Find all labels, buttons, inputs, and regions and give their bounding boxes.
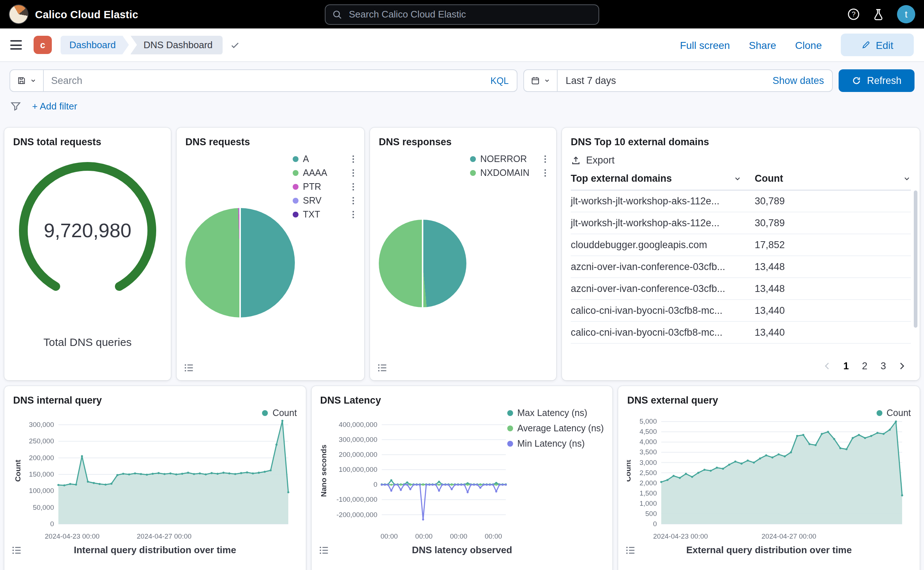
kql-search-input[interactable] xyxy=(44,75,483,86)
dns-requests-pie[interactable] xyxy=(185,208,295,317)
global-search-input[interactable] xyxy=(348,8,592,20)
panel-top-external-domains: DNS Top 10 external domains Export Top e… xyxy=(562,128,919,380)
legend-label: Average Latency (ns) xyxy=(518,423,604,434)
legend-item[interactable]: TXT xyxy=(293,210,356,220)
x-axis-title: Internal query distribution over time xyxy=(13,544,297,555)
legend-dot xyxy=(293,170,299,176)
legend-menu-icon[interactable] xyxy=(351,169,356,178)
panel-dns-responses: DNS responses NOERRORNXDOMAIN xyxy=(370,128,556,380)
legend-list-icon[interactable] xyxy=(377,363,388,373)
filter-row: + Add filter xyxy=(10,101,914,112)
table-row[interactable]: clouddebugger.googleapis.com17,852 xyxy=(571,234,911,256)
column-sort-icon[interactable] xyxy=(903,175,911,182)
count-cell: 17,852 xyxy=(755,239,911,250)
save-icon xyxy=(17,76,26,86)
legend-dot xyxy=(262,410,268,416)
table-row[interactable]: jlt-worksh-jlt-workshop-aks-112e...30,78… xyxy=(571,212,911,234)
space-avatar[interactable]: c xyxy=(34,36,52,54)
svg-text:200,000,000: 200,000,000 xyxy=(339,450,377,458)
help-icon[interactable]: ? xyxy=(847,8,860,20)
labs-beaker-icon[interactable] xyxy=(872,8,884,20)
svg-text:00:00: 00:00 xyxy=(415,532,432,540)
global-search[interactable] xyxy=(325,4,599,25)
chevron-down-icon xyxy=(544,77,550,84)
svg-text:1,000: 1,000 xyxy=(640,500,657,507)
add-filter-link[interactable]: + Add filter xyxy=(32,101,77,112)
domain-cell: calico-cni-ivan-byocni-03cfb8-mc... xyxy=(571,327,755,338)
svg-text:0: 0 xyxy=(653,520,657,528)
show-dates-link[interactable]: Show dates xyxy=(765,75,832,86)
page-1[interactable]: 1 xyxy=(838,359,854,373)
table-row[interactable]: azcni-over-ivan-conference-03cfb...13,44… xyxy=(571,278,911,300)
full-screen-link[interactable]: Full screen xyxy=(680,39,730,51)
clone-link[interactable]: Clone xyxy=(795,39,822,51)
panel-dns-requests: DNS requests AAAAAPTRSRVTXT xyxy=(177,128,364,380)
legend-item[interactable]: PTR xyxy=(293,182,356,192)
svg-text:Nano seconds: Nano seconds xyxy=(320,444,327,497)
legend-item[interactable]: SRV xyxy=(293,196,356,206)
time-range-value[interactable]: Last 7 days xyxy=(558,75,624,86)
column-count[interactable]: Count xyxy=(755,173,783,184)
column-domains[interactable]: Top external domains xyxy=(571,173,672,184)
dns-requests-legend: AAAAAPTRSRVTXT xyxy=(293,154,356,220)
legend-menu-icon[interactable] xyxy=(351,196,356,205)
x-axis-title: DNS latency observed xyxy=(320,544,604,555)
legend-label: Count xyxy=(273,408,297,418)
table-row[interactable]: calico-cni-ivan-byocni-03cfb8-mc...13,44… xyxy=(571,300,911,322)
legend-item[interactable]: Max Latency (ns) xyxy=(507,408,604,418)
legend-label: TXT xyxy=(303,210,320,220)
legend-item[interactable]: NOERROR xyxy=(470,154,547,164)
column-sort-icon[interactable] xyxy=(734,175,742,182)
breadcrumb-dashboard[interactable]: Dashboard xyxy=(61,35,129,54)
legend-item[interactable]: NXDOMAIN xyxy=(470,168,547,178)
share-link[interactable]: Share xyxy=(749,39,776,51)
latency-legend: Max Latency (ns)Average Latency (ns)Min … xyxy=(507,408,604,449)
legend-menu-icon[interactable] xyxy=(351,210,356,219)
kql-label[interactable]: KQL xyxy=(483,75,517,86)
dns-responses-pie[interactable] xyxy=(379,220,466,307)
legend-list-icon[interactable] xyxy=(319,545,329,555)
legend-list-icon[interactable] xyxy=(184,363,194,373)
svg-text:3,500: 3,500 xyxy=(640,448,657,456)
count-cell: 13,440 xyxy=(755,305,911,316)
check-icon xyxy=(230,40,241,50)
user-avatar[interactable]: t xyxy=(897,5,915,23)
edit-button[interactable]: Edit xyxy=(841,34,914,56)
table-row[interactable]: jlt-worksh-jlt-workshop-aks-112e...30,78… xyxy=(571,190,911,212)
legend-list-icon[interactable] xyxy=(626,545,636,555)
gauge-value: 9,720,980 xyxy=(13,156,162,305)
legend-item[interactable]: A xyxy=(293,154,356,164)
legend-item[interactable]: Count xyxy=(262,408,297,418)
legend-item[interactable]: Min Latency (ns) xyxy=(507,439,604,449)
svg-text:00:00: 00:00 xyxy=(450,532,467,540)
scrollbar-thumb[interactable] xyxy=(914,190,918,328)
table-row[interactable]: azcni-over-ivan-conference-03cfb...13,44… xyxy=(571,256,911,278)
page-3[interactable]: 3 xyxy=(875,359,891,373)
prev-page-icon[interactable] xyxy=(820,361,835,371)
app-title: Calico Cloud Elastic xyxy=(35,8,138,20)
legend-menu-icon[interactable] xyxy=(351,155,356,164)
filter-funnel-icon[interactable] xyxy=(10,101,21,112)
panel-dns-total-requests: DNS total requests 9,720,980 Total DNS q… xyxy=(5,128,171,380)
table-row[interactable]: calico-cni-ivan-byocni-03cfb8-mc...13,44… xyxy=(571,322,911,344)
export-button[interactable]: Export xyxy=(571,155,614,165)
page-2[interactable]: 2 xyxy=(857,359,873,373)
legend-dot xyxy=(293,156,299,162)
next-page-icon[interactable] xyxy=(894,361,909,371)
legend-item[interactable]: Average Latency (ns) xyxy=(507,423,604,434)
refresh-button[interactable]: Refresh xyxy=(838,69,915,92)
legend-item[interactable]: AAAA xyxy=(293,168,356,178)
menu-icon[interactable] xyxy=(10,40,22,50)
legend-item[interactable]: Count xyxy=(876,408,911,418)
legend-menu-icon[interactable] xyxy=(542,155,547,164)
date-picker-menu[interactable] xyxy=(524,70,558,91)
legend-list-icon[interactable] xyxy=(12,545,22,555)
panel-dns-latency: DNS Latency 400,000,000300,000,000200,00… xyxy=(311,386,612,570)
legend-menu-icon[interactable] xyxy=(542,169,547,178)
legend-menu-icon[interactable] xyxy=(351,182,356,192)
search-icon xyxy=(332,9,342,19)
gauge-label: Total DNS queries xyxy=(5,336,171,348)
saved-query-menu[interactable] xyxy=(10,70,44,91)
export-icon xyxy=(571,155,581,165)
breadcrumb-dns-dashboard[interactable]: DNS Dashboard xyxy=(130,35,222,54)
